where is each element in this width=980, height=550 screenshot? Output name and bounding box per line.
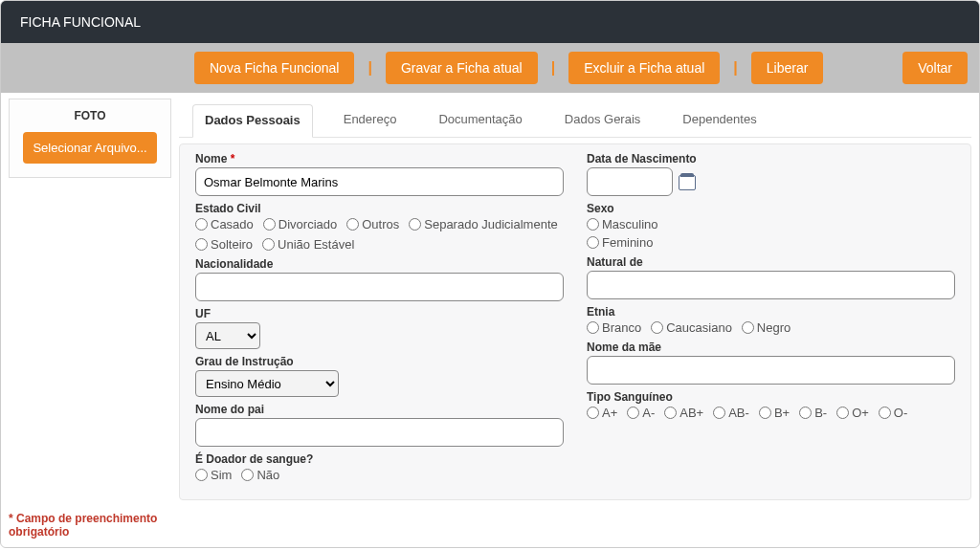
field-sexo: Sexo Masculino Feminino — [587, 202, 955, 250]
radio-o-neg[interactable]: O- — [879, 406, 907, 420]
gravar-button[interactable]: Gravar a Ficha atual — [386, 52, 538, 84]
sidebar: FOTO Selecionar Arquivo... — [9, 99, 171, 178]
field-nome: Nome * — [195, 152, 564, 196]
nascimento-input[interactable] — [587, 167, 673, 196]
mae-label: Nome da mãe — [587, 341, 955, 354]
form-area: Nome * Estado Civil Casado Divorciado Ou… — [179, 143, 971, 500]
radio-divorciado[interactable]: Divorciado — [263, 217, 337, 231]
calendar-icon[interactable] — [679, 173, 696, 190]
page-title: FICHA FUNCIONAL — [20, 14, 141, 30]
radio-negro[interactable]: Negro — [742, 320, 791, 335]
estado-civil-radios: Casado Divorciado Outros Separado Judici… — [195, 217, 564, 252]
radio-masculino[interactable]: Masculino — [587, 217, 658, 231]
field-doador: É Doador de sangue? Sim Não — [195, 452, 564, 482]
app-container: FICHA FUNCIONAL Nova Ficha Funcional | G… — [0, 0, 980, 548]
divider: | — [364, 59, 375, 77]
field-etnia: Etnia Branco Caucasiano Negro — [587, 305, 955, 335]
nome-input[interactable] — [195, 167, 564, 196]
radio-doador-sim[interactable]: Sim — [195, 468, 232, 482]
divider: | — [547, 59, 559, 77]
excluir-button[interactable]: Excluir a Ficha atual — [568, 52, 720, 84]
tab-dados-gerais[interactable]: Dados Gerais — [553, 104, 652, 137]
radio-o-pos[interactable]: O+ — [836, 406, 869, 420]
field-nascimento: Data de Nascimento — [587, 152, 955, 196]
radio-ab-pos[interactable]: AB+ — [664, 406, 703, 420]
sanguineo-radios: A+ A- AB+ AB- B+ B- O+ O- — [587, 406, 955, 420]
form-col-left: Nome * Estado Civil Casado Divorciado Ou… — [195, 152, 564, 488]
radio-branco[interactable]: Branco — [587, 320, 641, 335]
sexo-radios: Masculino Feminino — [587, 217, 955, 250]
radio-caucasiano[interactable]: Caucasiano — [651, 320, 732, 335]
radio-a-pos[interactable]: A+ — [587, 406, 617, 420]
field-grau: Grau de Instrução Ensino Médio — [195, 355, 564, 397]
estado-civil-label: Estado Civil — [195, 202, 564, 215]
pai-input[interactable] — [195, 418, 564, 447]
radio-casado[interactable]: Casado — [195, 217, 254, 231]
page-header: FICHA FUNCIONAL — [1, 1, 979, 43]
field-sanguineo: Tipo Sanguíneo A+ A- AB+ AB- B+ B- O+ O- — [587, 390, 955, 420]
nacionalidade-input[interactable] — [195, 273, 564, 301]
tab-dados-pessoais[interactable]: Dados Pessoais — [192, 104, 313, 138]
nome-label: Nome * — [195, 152, 564, 165]
field-pai: Nome do pai — [195, 403, 564, 447]
radio-b-pos[interactable]: B+ — [759, 406, 790, 420]
natural-input[interactable] — [587, 271, 955, 299]
radio-outros[interactable]: Outros — [346, 217, 399, 231]
form-col-right: Data de Nascimento Sexo Masculino Femini… — [587, 152, 955, 488]
field-mae: Nome da mãe — [587, 341, 955, 385]
content-body: FOTO Selecionar Arquivo... Dados Pessoai… — [1, 93, 979, 508]
mae-input[interactable] — [587, 356, 955, 385]
radio-feminino[interactable]: Feminino — [587, 235, 653, 250]
sanguineo-label: Tipo Sanguíneo — [587, 390, 955, 404]
radio-b-neg[interactable]: B- — [799, 406, 827, 420]
grau-select[interactable]: Ensino Médio — [195, 370, 339, 397]
uf-label: UF — [195, 307, 564, 320]
etnia-radios: Branco Caucasiano Negro — [587, 320, 955, 335]
main-panel: Dados Pessoais Endereço Documentação Dad… — [179, 99, 971, 500]
nascimento-label: Data de Nascimento — [587, 152, 955, 165]
field-nacionalidade: Nacionalidade — [195, 257, 564, 301]
etnia-label: Etnia — [587, 305, 955, 319]
required-note: * Campo de preenchimento obrigatório — [1, 508, 979, 547]
doador-label: É Doador de sangue? — [195, 452, 564, 466]
field-uf: UF AL — [195, 307, 564, 349]
natural-label: Natural de — [587, 255, 955, 269]
radio-separado[interactable]: Separado Judicialmente — [409, 217, 557, 231]
nova-ficha-button[interactable]: Nova Ficha Funcional — [194, 52, 354, 84]
radio-doador-nao[interactable]: Não — [241, 468, 279, 482]
selecionar-arquivo-button[interactable]: Selecionar Arquivo... — [23, 132, 156, 164]
toolbar: Nova Ficha Funcional | Gravar a Ficha at… — [1, 43, 979, 93]
radio-uniao[interactable]: União Estável — [262, 237, 354, 252]
radio-solteiro[interactable]: Solteiro — [195, 237, 253, 252]
tabs: Dados Pessoais Endereço Documentação Dad… — [179, 99, 971, 138]
nacionalidade-label: Nacionalidade — [195, 257, 564, 271]
field-natural: Natural de — [587, 255, 955, 299]
uf-select[interactable]: AL — [195, 322, 260, 349]
pai-label: Nome do pai — [195, 403, 564, 416]
sexo-label: Sexo — [587, 202, 955, 215]
radio-ab-neg[interactable]: AB- — [713, 406, 749, 420]
voltar-button[interactable]: Voltar — [902, 52, 968, 84]
tab-dependentes[interactable]: Dependentes — [671, 104, 768, 137]
divider: | — [729, 59, 741, 77]
tab-documentacao[interactable]: Documentação — [427, 104, 533, 137]
field-estado-civil: Estado Civil Casado Divorciado Outros Se… — [195, 202, 564, 252]
tab-endereco[interactable]: Endereço — [332, 104, 409, 137]
grau-label: Grau de Instrução — [195, 355, 564, 368]
liberar-button[interactable]: Liberar — [751, 52, 824, 84]
doador-radios: Sim Não — [195, 468, 564, 482]
foto-label: FOTO — [17, 109, 163, 122]
foto-box: FOTO Selecionar Arquivo... — [9, 99, 171, 178]
radio-a-neg[interactable]: A- — [627, 406, 655, 420]
